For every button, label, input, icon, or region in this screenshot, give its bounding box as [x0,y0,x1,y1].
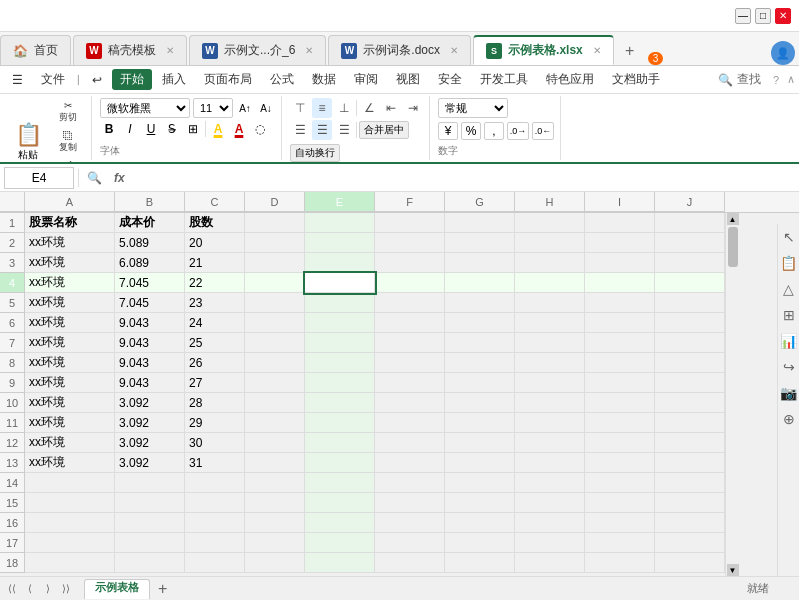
col-header-I[interactable]: I [585,192,655,212]
cell-D2[interactable] [245,233,305,253]
triangle-icon[interactable]: △ [780,280,798,298]
menu-review[interactable]: 审阅 [346,67,386,92]
formula-input[interactable] [133,167,795,189]
cell-I13[interactable] [585,453,655,473]
tab-doc1[interactable]: W 示例文...介_6 ✕ [189,35,326,65]
scroll-thumb[interactable] [728,227,738,267]
cell-D8[interactable] [245,353,305,373]
cell-J12[interactable] [655,433,725,453]
cell-A5[interactable]: xx环境 [25,293,115,313]
cell-B12[interactable]: 3.092 [115,433,185,453]
cell-J13[interactable] [655,453,725,473]
cell-C8[interactable]: 26 [185,353,245,373]
col-header-F[interactable]: F [375,192,445,212]
cell-H13[interactable] [515,453,585,473]
cell-B9[interactable]: 9.043 [115,373,185,393]
cell-G3[interactable] [445,253,515,273]
cell-D5[interactable] [245,293,305,313]
cell-F17[interactable] [375,533,445,553]
share-sidebar-icon[interactable]: ↪ [780,358,798,376]
cell-J6[interactable] [655,313,725,333]
cell-H9[interactable] [515,373,585,393]
cell-D12[interactable] [245,433,305,453]
col-header-D[interactable]: D [245,192,305,212]
cell-F6[interactable] [375,313,445,333]
cell-G7[interactable] [445,333,515,353]
cell-C11[interactable]: 29 [185,413,245,433]
decrease-decimal-button[interactable]: .0← [532,122,554,140]
cell-C9[interactable]: 27 [185,373,245,393]
cell-I1[interactable] [585,213,655,233]
tab-xlsx[interactable]: S 示例表格.xlsx ✕ [473,35,614,65]
row-header-9[interactable]: 9 [0,373,25,393]
right-align-button[interactable]: ☰ [334,120,354,140]
cell-G12[interactable] [445,433,515,453]
cell-G14[interactable] [445,473,515,493]
row-header-11[interactable]: 11 [0,413,25,433]
row-header-15[interactable]: 15 [0,493,25,513]
cell-B13[interactable]: 3.092 [115,453,185,473]
cell-A1[interactable]: 股票名称 [25,213,115,233]
bottom-align-button[interactable]: ⊥ [334,98,354,118]
cell-J17[interactable] [655,533,725,553]
cell-A11[interactable]: xx环境 [25,413,115,433]
cell-A16[interactable] [25,513,115,533]
cell-D10[interactable] [245,393,305,413]
cell-I17[interactable] [585,533,655,553]
cell-E12[interactable] [305,433,375,453]
cell-J1[interactable] [655,213,725,233]
copy-button[interactable]: ⿻ 复制 [50,128,85,156]
cell-E2[interactable] [305,233,375,253]
tab-home[interactable]: 🏠 首页 [0,35,71,65]
cell-G17[interactable] [445,533,515,553]
cell-H11[interactable] [515,413,585,433]
decrease-indent-button[interactable]: ⇤ [381,98,401,118]
cell-E7[interactable] [305,333,375,353]
cell-J3[interactable] [655,253,725,273]
increase-indent-button[interactable]: ⇥ [403,98,423,118]
cell-D16[interactable] [245,513,305,533]
cell-J15[interactable] [655,493,725,513]
menu-help-icon[interactable]: ? [773,74,779,86]
italic-button[interactable]: I [121,120,139,138]
plus-sidebar-icon[interactable]: ⊕ [780,410,798,428]
cell-A4[interactable]: xx环境 [25,273,115,293]
cell-B16[interactable] [115,513,185,533]
cell-E11[interactable] [305,413,375,433]
cell-C7[interactable]: 25 [185,333,245,353]
cell-H15[interactable] [515,493,585,513]
cell-G16[interactable] [445,513,515,533]
cell-B6[interactable]: 9.043 [115,313,185,333]
col-header-C[interactable]: C [185,192,245,212]
border-button[interactable]: ⊞ [184,120,202,138]
row-header-12[interactable]: 12 [0,433,25,453]
cell-E15[interactable] [305,493,375,513]
cell-A10[interactable]: xx环境 [25,393,115,413]
cell-E18[interactable] [305,553,375,573]
cell-I6[interactable] [585,313,655,333]
cell-reference-input[interactable] [4,167,74,189]
cell-C1[interactable]: 股数 [185,213,245,233]
cell-A8[interactable]: xx环境 [25,353,115,373]
cell-A9[interactable]: xx环境 [25,373,115,393]
cell-F18[interactable] [375,553,445,573]
sheet-prev-button[interactable]: ⟨ [22,581,38,597]
cell-G9[interactable] [445,373,515,393]
cell-H8[interactable] [515,353,585,373]
cell-J10[interactable] [655,393,725,413]
cell-J14[interactable] [655,473,725,493]
menu-undo[interactable]: ↩ [84,69,110,91]
maximize-button[interactable]: □ [755,8,771,24]
angle-text-button[interactable]: ∠ [359,98,379,118]
cell-F12[interactable] [375,433,445,453]
col-header-A[interactable]: A [25,192,115,212]
cell-H14[interactable] [515,473,585,493]
cell-J2[interactable] [655,233,725,253]
cell-A15[interactable] [25,493,115,513]
tab-template-close[interactable]: ✕ [166,45,174,56]
cell-B10[interactable]: 3.092 [115,393,185,413]
cell-D18[interactable] [245,553,305,573]
cell-E3[interactable] [305,253,375,273]
sheet-first-button[interactable]: ⟨⟨ [4,581,20,597]
cell-B4[interactable]: 7.045 [115,273,185,293]
